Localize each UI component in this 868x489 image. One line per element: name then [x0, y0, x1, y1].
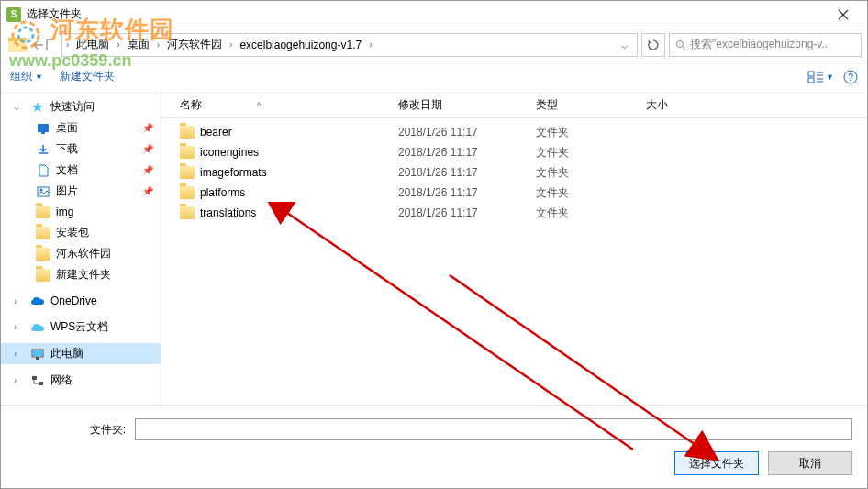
sidebar-network[interactable]: › 网络 [1, 370, 161, 391]
file-list: bearer 2018/1/26 11:17 文件夹 iconengines 2… [161, 118, 867, 405]
file-type: 文件夹 [536, 206, 646, 221]
pin-icon: 📌 [142, 123, 153, 133]
sidebar-newfolder[interactable]: 新建文件夹 [1, 264, 161, 285]
download-icon [36, 142, 50, 157]
file-date: 2018/1/26 11:17 [398, 186, 536, 199]
table-row[interactable]: translations 2018/1/26 11:17 文件夹 [161, 203, 867, 223]
svg-rect-1 [8, 41, 27, 52]
sidebar-item-label: WPS云文档 [50, 319, 108, 335]
chevron-right-icon: › [117, 39, 119, 50]
svg-rect-12 [33, 350, 42, 356]
col-type[interactable]: 类型 [536, 97, 646, 113]
svg-text:?: ? [848, 72, 853, 83]
chevron-right-icon: › [229, 39, 232, 50]
file-area: 名称^ 修改日期 类型 大小 bearer 2018/1/26 11:17 文件… [161, 93, 867, 405]
bottom-panel: 文件夹: 选择文件夹 取消 [1, 405, 867, 488]
window-title: 选择文件夹 [27, 6, 82, 22]
svg-rect-8 [41, 132, 45, 134]
col-date[interactable]: 修改日期 [398, 97, 536, 113]
breadcrumb-folder[interactable]: 河东软件园 [161, 35, 228, 54]
folder-icon [180, 166, 195, 179]
svg-point-2 [677, 40, 684, 47]
sidebar-item-label: 此电脑 [50, 346, 83, 361]
select-folder-button[interactable]: 选择文件夹 [674, 451, 759, 475]
file-type: 文件夹 [536, 185, 646, 201]
file-name: bearer [200, 126, 232, 139]
svg-rect-15 [39, 382, 43, 385]
pin-icon: 📌 [142, 165, 153, 175]
folder-icon [180, 186, 195, 199]
new-folder-button[interactable]: 新建文件夹 [60, 69, 115, 84]
folder-icon [180, 126, 195, 139]
chevron-right-icon: › [66, 39, 69, 50]
file-date: 2018/1/26 11:17 [398, 126, 536, 139]
sidebar-thispc[interactable]: › 此电脑 [1, 343, 161, 364]
folder-icon [36, 205, 50, 219]
search-input[interactable]: 搜索"excelbiaogehuizong-v... [669, 33, 862, 57]
svg-rect-14 [32, 376, 37, 380]
search-icon [675, 39, 686, 50]
file-date: 2018/1/26 11:17 [398, 206, 536, 219]
table-row[interactable]: bearer 2018/1/26 11:17 文件夹 [161, 122, 867, 142]
col-size[interactable]: 大小 [646, 97, 719, 113]
sidebar-pictures[interactable]: 图片 📌 [1, 181, 161, 202]
pin-icon: 📌 [142, 186, 153, 196]
sidebar-item-label: 文档 [56, 162, 78, 178]
file-name: iconengines [200, 146, 259, 159]
folder-icon [36, 268, 50, 283]
svg-rect-7 [38, 124, 49, 132]
svg-point-10 [40, 188, 43, 191]
nav-icons [6, 34, 58, 56]
folder-icon [180, 206, 195, 219]
organize-button[interactable]: 组织 ▼ [10, 69, 43, 84]
app-icon: S [6, 7, 21, 22]
table-row[interactable]: iconengines 2018/1/26 11:17 文件夹 [161, 142, 867, 162]
table-row[interactable]: imageformats 2018/1/26 11:17 文件夹 [161, 162, 867, 183]
sidebar-item-label: 桌面 [56, 120, 78, 136]
cancel-button[interactable]: 取消 [768, 451, 852, 475]
sidebar-pkg[interactable]: 安装包 [1, 222, 161, 243]
picture-icon [36, 184, 50, 199]
sidebar-item-label: 图片 [56, 183, 78, 199]
file-type: 文件夹 [536, 125, 646, 140]
sidebar-wps[interactable]: › WPS云文档 [1, 317, 161, 338]
help-button[interactable]: ? [843, 70, 858, 84]
refresh-button[interactable] [641, 33, 665, 57]
sidebar-img[interactable]: img [1, 202, 161, 222]
desktop-icon [36, 121, 50, 136]
chevron-right-icon: › [14, 375, 25, 385]
computer-icon [30, 347, 45, 361]
breadcrumb-desktop[interactable]: 桌面 [122, 35, 155, 54]
star-icon [30, 100, 45, 115]
cloud-icon [30, 320, 45, 335]
sidebar-item-label: 新建文件夹 [56, 267, 111, 283]
file-date: 2018/1/26 11:17 [398, 166, 536, 179]
svg-rect-13 [36, 357, 39, 360]
sidebar-quick-access[interactable]: ⌵ 快速访问 [1, 96, 161, 117]
sidebar-documents[interactable]: 文档 📌 [1, 160, 161, 181]
col-name[interactable]: 名称^ [169, 97, 398, 113]
search-placeholder: 搜索"excelbiaogehuizong-v... [690, 37, 830, 52]
sidebar-hd[interactable]: 河东软件园 [1, 243, 161, 264]
file-name: translations [200, 206, 256, 219]
breadcrumb-thispc[interactable]: 此电脑 [71, 35, 115, 54]
chevron-right-icon: › [157, 39, 160, 50]
breadcrumb[interactable]: › 此电脑 › 桌面 › 河东软件园 › excelbiaogehuizong-… [61, 33, 638, 57]
table-row[interactable]: platforms 2018/1/26 11:17 文件夹 [161, 183, 867, 203]
file-type: 文件夹 [536, 145, 646, 161]
folder-input[interactable] [135, 418, 852, 440]
breadcrumb-dropdown[interactable]: ⌵ [616, 39, 633, 51]
breadcrumb-current[interactable]: excelbiaogehuizong-v1.7 [234, 37, 367, 53]
sidebar-item-label: 网络 [50, 372, 72, 388]
sidebar-desktop[interactable]: 桌面 📌 [1, 117, 161, 139]
svg-rect-3 [808, 72, 814, 76]
sidebar-item-label: 河东软件园 [56, 246, 111, 261]
sidebar-item-label: img [56, 206, 73, 218]
network-icon [30, 373, 45, 388]
chevron-right-icon: › [369, 39, 372, 50]
close-button[interactable] [823, 2, 863, 28]
folder-icon [36, 247, 50, 261]
sidebar-onedrive[interactable]: › OneDrive [1, 291, 161, 311]
sidebar-downloads[interactable]: 下载 📌 [1, 139, 161, 160]
view-button[interactable]: ▼ [807, 71, 834, 83]
